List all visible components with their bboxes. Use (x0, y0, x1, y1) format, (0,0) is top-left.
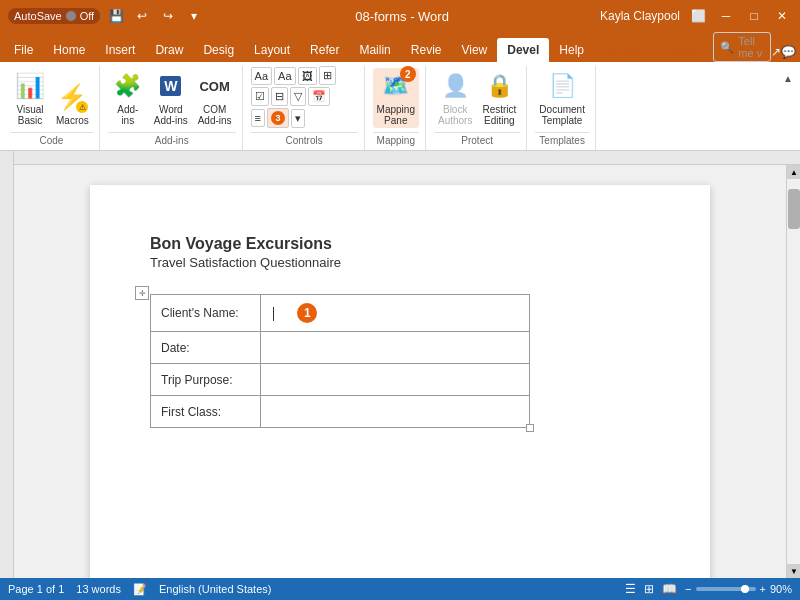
status-bar: Page 1 of 1 13 words 📝 English (United S… (0, 578, 800, 600)
tab-help[interactable]: Help (549, 38, 594, 62)
restore-button[interactable]: ⬜ (688, 6, 708, 26)
zoom-thumb (741, 585, 749, 593)
building-block-button[interactable]: ⊞ (319, 66, 336, 85)
zoom-level: 90% (770, 583, 792, 595)
collapse-ribbon-button[interactable]: ▲ (780, 68, 796, 88)
date-input[interactable] (261, 332, 530, 364)
client-name-input[interactable]: 1 (261, 295, 530, 332)
cursor-line (273, 307, 274, 321)
page-indicator: Page 1 of 1 (8, 583, 64, 595)
design-mode-button[interactable]: 3 (267, 108, 289, 128)
document-template-button[interactable]: 📄 DocumentTemplate (535, 68, 589, 128)
customize-qat-button[interactable]: ▾ (184, 6, 204, 26)
com-add-ins-button[interactable]: COM COMAdd-ins (194, 68, 236, 128)
tab-view[interactable]: View (451, 38, 497, 62)
comment-button[interactable]: 💬 (781, 42, 796, 62)
document-area: Bon Voyage Excursions Travel Satisfactio… (14, 165, 786, 578)
tab-table-design[interactable]: Design (594, 38, 654, 62)
tab-layout-page[interactable]: Layout (244, 38, 300, 62)
combo-box-button[interactable]: ⊟ (271, 87, 288, 106)
redo-button[interactable]: ↪ (158, 6, 178, 26)
drop-down-list-button[interactable]: ▽ (290, 87, 306, 106)
zoom-slider[interactable] (696, 587, 756, 591)
code-group-buttons: 📊 VisualBasic ⚡ ⚠ Macros (10, 66, 93, 130)
addins-group-buttons: 🧩 Add-ins W WordAdd-ins COM COMAdd-ins (108, 66, 236, 130)
autosave-state: Off (80, 10, 94, 22)
group-control-button[interactable]: ▾ (291, 109, 305, 128)
com-add-ins-icon: COM (199, 70, 231, 102)
macros-button[interactable]: ⚡ ⚠ Macros (52, 79, 93, 128)
zoom-in-button[interactable]: + (760, 583, 766, 595)
table-resize-handle[interactable] (526, 424, 534, 432)
form-table: Client's Name: 1 Date: (150, 294, 530, 428)
ribbon-search-box[interactable]: 🔍 Tell me v (713, 32, 771, 62)
visual-basic-button[interactable]: 📊 VisualBasic (10, 68, 50, 128)
window-title: 08-forms - Word (355, 9, 449, 24)
tab-home[interactable]: Home (43, 38, 95, 62)
ribbon-group-controls: Aa Aa 🖼 ⊞ ☑ ⊟ ▽ 📅 ≡ 3 (245, 66, 365, 150)
word-add-ins-button[interactable]: W WordAdd-ins (150, 68, 192, 128)
plain-text-control-button[interactable]: Aa (274, 67, 295, 85)
com-add-ins-label: COMAdd-ins (198, 104, 232, 126)
block-authors-button[interactable]: 👤 BlockAuthors (434, 68, 476, 128)
document-template-label: DocumentTemplate (539, 104, 585, 126)
table-row: First Class: (151, 396, 530, 428)
autosave-dot (66, 11, 76, 21)
properties-button[interactable]: ≡ (251, 109, 265, 127)
rich-text-control-button[interactable]: Aa (251, 67, 272, 85)
add-ins-icon: 🧩 (112, 70, 144, 102)
tab-draw[interactable]: Draw (145, 38, 193, 62)
scroll-thumb[interactable] (788, 189, 800, 229)
trip-purpose-input[interactable] (261, 364, 530, 396)
first-class-label: First Class: (151, 396, 261, 428)
mapping-group-label: Mapping (373, 132, 419, 148)
tab-design-page[interactable]: Desig (193, 38, 244, 62)
addins-group-label: Add-ins (108, 132, 236, 148)
tab-mailings[interactable]: Mailin (349, 38, 400, 62)
tab-review[interactable]: Revie (401, 38, 452, 62)
horizontal-ruler (14, 151, 800, 165)
close-button[interactable]: ✕ (772, 6, 792, 26)
add-ins-button[interactable]: 🧩 Add-ins (108, 68, 148, 128)
macros-icon: ⚡ ⚠ (56, 81, 88, 113)
maximize-button[interactable]: □ (744, 6, 764, 26)
content-area: Bon Voyage Excursions Travel Satisfactio… (14, 151, 800, 578)
scroll-up-button[interactable]: ▲ (787, 165, 800, 179)
autosave-label: AutoSave (14, 10, 62, 22)
picture-control-button[interactable]: 🖼 (298, 67, 317, 85)
ribbon-group-addins: 🧩 Add-ins W WordAdd-ins COM COMAdd-ins A… (102, 66, 243, 150)
tab-developer[interactable]: Devel (497, 38, 549, 62)
view-print-button[interactable]: ☰ (625, 582, 636, 596)
tab-table-layout[interactable]: Layout (654, 38, 713, 62)
minimize-button[interactable]: ─ (716, 6, 736, 26)
status-right: ☰ ⊞ 📖 − + 90% (625, 582, 792, 596)
undo-button[interactable]: ↩ (132, 6, 152, 26)
badge-3: 3 (271, 111, 285, 125)
view-web-button[interactable]: ⊞ (644, 582, 654, 596)
language: English (United States) (159, 583, 272, 595)
mapping-pane-label: MappingPane (377, 104, 415, 126)
first-class-input[interactable] (261, 396, 530, 428)
visual-basic-label: VisualBasic (16, 104, 43, 126)
save-button[interactable]: 💾 (106, 6, 126, 26)
status-left: Page 1 of 1 13 words 📝 English (United S… (8, 583, 271, 596)
view-read-button[interactable]: 📖 (662, 582, 677, 596)
tab-insert[interactable]: Insert (95, 38, 145, 62)
restrict-editing-button[interactable]: 🔒 RestrictEditing (478, 68, 520, 128)
scroll-down-button[interactable]: ▼ (787, 564, 800, 578)
table-row: Date: (151, 332, 530, 364)
share-button[interactable]: ↗ (771, 42, 781, 62)
autosave-toggle[interactable]: AutoSave Off (8, 8, 100, 24)
table-move-handle[interactable]: ✛ (135, 286, 149, 300)
restrict-editing-label: RestrictEditing (482, 104, 516, 126)
badge-1-container: 1 (297, 303, 317, 323)
visual-basic-icon: 📊 (14, 70, 46, 102)
tab-references[interactable]: Refer (300, 38, 349, 62)
document-title: Bon Voyage Excursions (150, 235, 650, 253)
checkbox-control-button[interactable]: ☑ (251, 87, 269, 106)
date-picker-button[interactable]: 📅 (308, 87, 330, 106)
tab-file[interactable]: File (4, 38, 43, 62)
zoom-out-button[interactable]: − (685, 583, 691, 595)
search-icon: 🔍 (720, 41, 734, 54)
mapping-pane-button[interactable]: 🗺️ 2 MappingPane (373, 68, 419, 128)
